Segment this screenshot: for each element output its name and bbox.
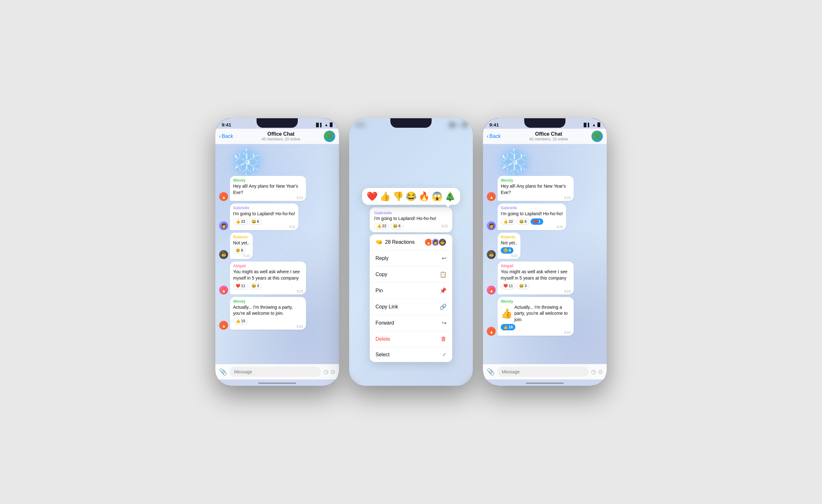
emoji-tree[interactable]: 🎄 [445, 191, 456, 201]
back-button-1[interactable]: ‹ Back [219, 133, 238, 139]
context-menu-reply[interactable]: Reply ↩ [370, 250, 452, 267]
signal-icon-3: ▐▌▌ [582, 123, 591, 127]
sender-name: Wendy [501, 299, 570, 304]
avatar: 👩 [219, 221, 228, 230]
reaction-badge-selected[interactable]: ❤️1 [530, 218, 543, 225]
reaction-badge[interactable]: 👍15 [233, 318, 248, 324]
table-row: 👩 Gabrielle I'm going to Lapland! Ho-ho-… [219, 203, 335, 230]
timer-icon-3[interactable]: ◷ [591, 368, 596, 375]
chevron-left-icon: ‹ [219, 133, 221, 139]
message-input[interactable] [230, 367, 321, 377]
reaction-badge[interactable]: 👍22 [233, 218, 248, 225]
link-icon: 🔗 [440, 303, 446, 310]
table-row: 🔥 Wendy Actually... I'm throwing a party… [219, 297, 335, 330]
reaction-badge[interactable]: 😂6 [517, 218, 529, 225]
message-bubble[interactable]: Roberto Not yet.. 😢9 9:23 [498, 233, 520, 259]
context-menu-pin[interactable]: Pin 📌 [370, 283, 452, 299]
chevron-left-icon-3: ‹ [487, 133, 488, 139]
message-text: You might as well ask where I see myself… [233, 269, 303, 281]
reactions-row: 😢8 [233, 247, 250, 254]
context-overlay: ❤️ 👍 👎 😂 🔥 😱 🎄 Gabrielle I'm going to La… [349, 118, 473, 386]
message-bubble[interactable]: Wendy Hey all! Any plans for New Year's … [230, 176, 306, 201]
emoji-thumbsdown[interactable]: 👎 [393, 191, 404, 201]
reaction-badge-selected[interactable]: 😢9 [501, 247, 513, 254]
reaction-badge-context[interactable]: 👍22 [374, 223, 389, 229]
chat-bg-3: ❄️ 🔥 Wendy Hey all! Any plans for New Ye… [483, 144, 607, 373]
chat-subtitle-3: 45 members, 20 online [506, 137, 591, 141]
message-time: 9:23 [233, 325, 303, 329]
emoji-thumbsup[interactable]: 👍 [380, 191, 391, 201]
reaction-badge[interactable]: 😢8 [233, 247, 246, 254]
reaction-badge-selected[interactable]: 👍16 [501, 324, 515, 330]
message-input-3[interactable] [497, 367, 588, 377]
delete-icon: 🗑 [441, 336, 446, 342]
attach-icon-3[interactable]: 📎 [487, 368, 495, 376]
copy-link-label: Copy Link [376, 304, 398, 310]
message-bubble[interactable]: Roberto Not yet.. 😢8 9:23 [230, 233, 253, 259]
delete-label: Delete [376, 336, 390, 342]
message-text: I'm going to Lapland! Ho-ho-ho! [501, 211, 563, 217]
message-bubble[interactable]: Wendy Hey all! Any plans for New Year's … [498, 176, 574, 201]
timer-icon[interactable]: ◷ [324, 368, 329, 375]
emoji-heart[interactable]: ❤️ [367, 191, 378, 201]
table-row: 🔥 Wendy 👍 Actually... I'm throwing a par… [487, 297, 603, 336]
chat-title-1: Office Chat [238, 131, 324, 137]
context-menu-delete[interactable]: Delete 🗑 [370, 331, 452, 347]
table-row: 👩 Gabrielle I'm going to Lapland! Ho-ho-… [487, 203, 603, 230]
sender-name: Gabrielle [233, 206, 295, 210]
reaction-badge[interactable]: 😂6 [249, 218, 262, 225]
reaction-badge-context-2[interactable]: 😂6 [390, 223, 403, 229]
message-bubble[interactable]: Gabrielle I'm going to Lapland! Ho-ho-ho… [498, 203, 566, 230]
message-time: 9:23 [501, 331, 570, 335]
reaction-badge[interactable]: ❤️11 [233, 283, 248, 289]
camera-icon-3[interactable]: ⊙ [598, 368, 603, 375]
avatar: 🤠 [487, 250, 496, 259]
context-menu-forward[interactable]: Forward ↪ [370, 315, 452, 331]
copy-label: Copy [376, 272, 387, 278]
message-text: Hey all! Any plans for New Year's Eve? [501, 183, 570, 195]
sender-name: Wendy [233, 299, 303, 304]
emoji-fire[interactable]: 🔥 [419, 191, 430, 201]
attach-icon[interactable]: 📎 [219, 368, 227, 376]
message-bubble[interactable]: Wendy 👍 Actually... I'm throwing a party… [498, 297, 574, 336]
emoji-laugh[interactable]: 😂 [406, 191, 417, 201]
chat-avatar-3[interactable]: 🌿 [591, 131, 603, 142]
reaction-badge[interactable]: 😂3 [517, 283, 529, 289]
chat-bg-1: ❄️ 🔥 Wendy Hey all! Any plans for New Ye… [215, 144, 339, 373]
reactions-label: 🤜 28 Reactions [376, 239, 414, 245]
table-row: 🔥 Abigail You might as well ask where I … [219, 262, 335, 294]
context-menu-copylink[interactable]: Copy Link 🔗 [370, 299, 452, 315]
sender-name: Roberto [233, 235, 250, 239]
message-time: 9:23 [233, 225, 295, 229]
sender-name: Wendy [233, 178, 303, 182]
sender-name: Roberto [501, 235, 517, 239]
nav-bar-1: ‹ Back Office Chat 45 members, 20 online… [215, 129, 339, 144]
context-menu-select[interactable]: Select ✓ [370, 347, 452, 362]
reactions-row: 👍22 😂6 ❤️1 [501, 218, 563, 225]
phone-2: 9:41 ▐▌▌ ▲ ▉ ❤️ 👍 👎 😂 🔥 😱 🎄 G [349, 118, 473, 386]
reaction-badge[interactable]: ❤️11 [501, 283, 515, 289]
notch-1 [257, 118, 298, 128]
back-button-3[interactable]: ‹ Back [487, 133, 506, 139]
emoji-picker: ❤️ 👍 👎 😂 🔥 😱 🎄 [362, 188, 460, 205]
reactions-row: ❤️11 😂3 [233, 283, 303, 289]
sender-name: Abigail [501, 264, 570, 268]
message-bubble[interactable]: Gabrielle I'm going to Lapland! Ho-ho-ho… [230, 203, 299, 230]
pin-icon: 📌 [440, 287, 446, 294]
camera-icon[interactable]: ⊙ [331, 368, 335, 375]
reactions-row: 👍15 [233, 318, 303, 324]
reactions-header[interactable]: 🤜 28 Reactions 🔥 👩 🤠 [370, 234, 452, 250]
chat-avatar-1[interactable]: 🌿 [324, 131, 335, 142]
table-row: 🔥 Abigail You might as well ask where I … [487, 262, 603, 294]
reactions-row: ❤️11 😂3 [501, 283, 570, 289]
message-bubble[interactable]: Abigail You might as well ask where I se… [230, 262, 306, 294]
message-bubble[interactable]: Wendy Actually... I'm throwing a party, … [230, 297, 306, 330]
message-bubble[interactable]: Abigail You might as well ask where I se… [498, 262, 574, 294]
reaction-badge[interactable]: 😂3 [249, 283, 262, 289]
avatar: 🔥 [487, 286, 496, 295]
context-menu-copy[interactable]: Copy 📋 [370, 267, 452, 283]
wifi-icon-3: ▲ [592, 123, 596, 127]
emoji-scared[interactable]: 😱 [432, 191, 443, 201]
reactions-row: 😢9 [501, 247, 517, 254]
reaction-badge[interactable]: 👍22 [501, 218, 515, 225]
